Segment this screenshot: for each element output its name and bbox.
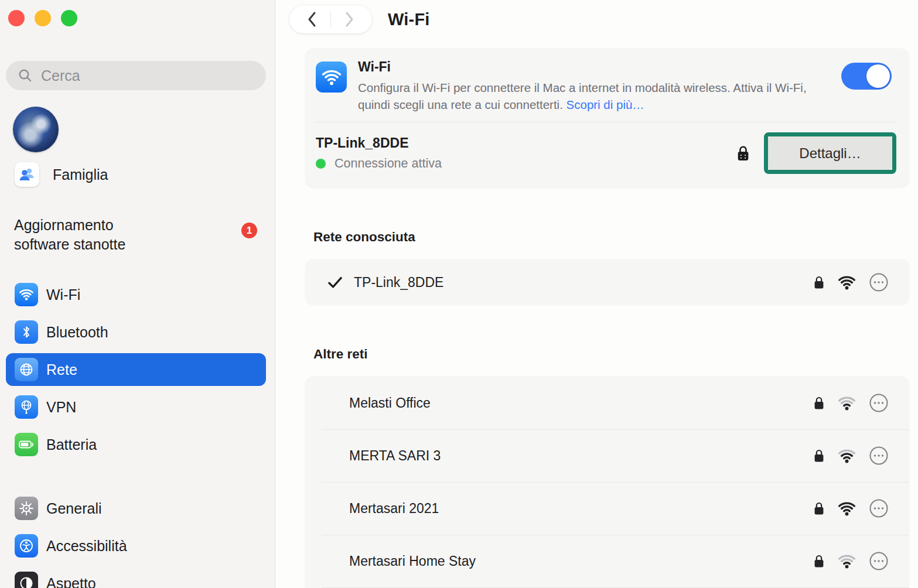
status-dot [316, 159, 326, 169]
highlight-annotation: Dettagli… [764, 132, 896, 174]
chevron-right-icon [343, 11, 355, 28]
sidebar-item-label: Generali [46, 500, 102, 517]
content: Wi-Fi Configura il Wi-Fi per connettere … [275, 33, 918, 588]
lock-icon [813, 501, 825, 516]
network-name: TP-Link_8DDE [354, 275, 443, 290]
battery-icon [15, 433, 38, 456]
appearance-icon [15, 572, 38, 588]
header: Wi-Fi [275, 0, 918, 33]
network-globe-icon [15, 358, 38, 381]
sidebar: Cerca Famiglia Aggiornamento software st… [0, 0, 275, 588]
back-button[interactable] [294, 5, 330, 33]
network-name: MERTA SARI 3 [349, 448, 441, 464]
known-network-section-title: Rete conosciuta [313, 230, 909, 245]
vpn-globe-icon [15, 395, 38, 419]
network-name: Mertasari 2021 [349, 501, 439, 517]
software-update-label: Aggiornamento software stanotte [14, 216, 161, 254]
sidebar-group-divider [0, 466, 275, 492]
gear-icon [15, 497, 38, 520]
wifi-signal-icon [837, 553, 856, 569]
lock-icon [813, 448, 825, 463]
page-title: Wi-Fi [388, 10, 430, 29]
more-options-icon[interactable] [869, 498, 889, 518]
sidebar-item-famiglia[interactable]: Famiglia [15, 162, 275, 187]
sidebar-item-label: Batteria [46, 436, 97, 453]
family-icon [15, 162, 39, 187]
sidebar-item-label: Accessibilità [46, 538, 127, 555]
more-options-icon[interactable] [869, 446, 889, 466]
other-networks-list: Melasti Office MERTA SARI 3 Mertasari 20… [305, 377, 909, 588]
update-badge: 1 [241, 223, 257, 238]
current-network-name: TP-Link_8DDE [316, 135, 442, 151]
sidebar-item-generali[interactable]: Generali [6, 492, 266, 525]
avatar[interactable] [13, 107, 59, 152]
details-button[interactable]: Dettagli… [768, 136, 892, 170]
minimize-window-button[interactable] [35, 10, 51, 26]
more-options-icon[interactable] [869, 551, 889, 571]
close-window-button[interactable] [8, 10, 25, 26]
wifi-app-icon [316, 61, 347, 93]
network-row[interactable]: Mertasari 2021 [305, 482, 909, 535]
wifi-signal-icon [837, 501, 856, 517]
toggle-knob [866, 64, 890, 88]
sidebar-item-bluetooth[interactable]: Bluetooth [6, 316, 266, 348]
sidebar-item-batteria[interactable]: Batteria [6, 428, 266, 461]
sidebar-item-wifi[interactable]: Wi-Fi [6, 278, 266, 311]
history-nav [289, 5, 372, 33]
wifi-signal-icon [837, 448, 856, 464]
connection-status: Connessione attiva [335, 156, 442, 171]
lock-icon [813, 275, 825, 290]
lock-icon [813, 395, 825, 411]
network-name: Mertasari Home Stay [349, 553, 476, 569]
sidebar-item-vpn[interactable]: VPN [6, 391, 266, 423]
more-options-icon[interactable] [869, 272, 889, 292]
forward-button[interactable] [331, 5, 367, 33]
lock-icon [736, 144, 750, 162]
sidebar-item-accessibilita[interactable]: Accessibilità [6, 529, 266, 562]
sidebar-item-rete[interactable]: Rete [6, 353, 266, 386]
search-icon [18, 68, 33, 83]
wifi-toggle[interactable] [841, 63, 892, 90]
wifi-signal-icon [837, 395, 856, 411]
checkmark-icon [327, 276, 343, 289]
other-networks-section-title: Altre reti [313, 347, 909, 362]
search-placeholder: Cerca [41, 67, 80, 84]
sidebar-item-label: Wi-Fi [46, 286, 80, 303]
sidebar-item-label: Aspetto [46, 575, 96, 588]
wifi-card-title: Wi-Fi [358, 59, 841, 75]
network-row[interactable]: Melasti Office [305, 377, 909, 429]
sidebar-item-aspetto[interactable]: Aspetto [6, 567, 266, 588]
sidebar-item-software-update[interactable]: Aggiornamento software stanotte 1 [14, 216, 257, 254]
learn-more-link[interactable]: Scopri di più… [567, 98, 644, 111]
sidebar-item-label: VPN [46, 399, 76, 416]
window-controls [8, 10, 275, 26]
network-name: Melasti Office [349, 395, 431, 411]
sidebar-item-label: Famiglia [53, 166, 108, 183]
chevron-left-icon [306, 11, 318, 28]
network-row[interactable]: MERTA SARI 3 [305, 429, 909, 482]
sidebar-nav: Wi-Fi Bluetooth Rete [0, 278, 275, 588]
wifi-icon [15, 283, 38, 306]
network-row[interactable]: Mertasari Home Stay [305, 535, 909, 587]
more-options-icon[interactable] [869, 393, 889, 413]
zoom-window-button[interactable] [61, 10, 77, 26]
known-network-row[interactable]: TP-Link_8DDE [305, 259, 909, 305]
wifi-signal-icon [837, 275, 856, 290]
bluetooth-icon [15, 320, 38, 344]
wifi-master-card: Wi-Fi Configura il Wi-Fi per connettere … [305, 49, 909, 188]
wifi-card-description: Configura il Wi-Fi per connettere il Mac… [358, 79, 841, 113]
main-pane: Wi-Fi Wi-Fi Configura il Wi-Fi per conne… [275, 0, 918, 588]
accessibility-icon [15, 534, 38, 558]
sidebar-item-label: Rete [46, 361, 77, 378]
lock-icon [813, 553, 825, 569]
sidebar-item-label: Bluetooth [46, 324, 108, 341]
search-input[interactable]: Cerca [6, 61, 266, 90]
current-network-row: TP-Link_8DDE Connessione attiva Dettag [316, 122, 897, 188]
